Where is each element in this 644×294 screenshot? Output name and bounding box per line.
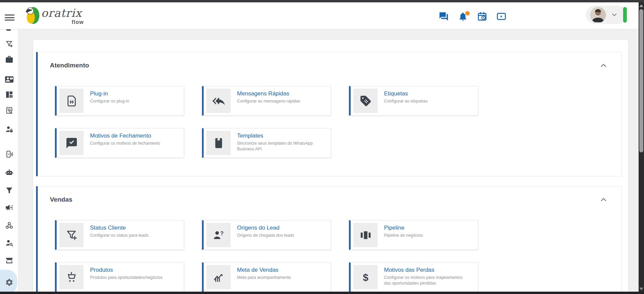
card-title: Status Cliente <box>90 224 149 231</box>
storefront-icon <box>5 256 13 265</box>
chart-arrow-icon <box>212 271 225 284</box>
briefcase-icon <box>5 55 13 64</box>
plugin-file-icon <box>65 95 78 107</box>
notifications-button[interactable] <box>458 11 468 22</box>
status-indicator <box>623 7 627 23</box>
reply-all-icon <box>212 95 225 107</box>
card-origens-do-lead[interactable]: ? Origens do Lead Origens de chegada dos… <box>202 220 331 250</box>
card-title: Motivos das Perdas <box>384 266 468 273</box>
section-title: Vendas <box>50 196 72 203</box>
section-vendas: Vendas Status Cliente Configurar os stat… <box>36 186 622 294</box>
brand-name: oratrix <box>41 6 82 20</box>
sidebar-item-filter[interactable] <box>0 183 19 197</box>
card-status-cliente[interactable]: Status Cliente Configurar os status para… <box>55 220 184 250</box>
avatar <box>590 7 606 23</box>
card-templates[interactable]: Templates Sincronize seus templates do W… <box>202 128 331 158</box>
robot-icon <box>5 169 13 177</box>
card-subtitle: Produtos para oportunidades/negócios <box>90 275 163 281</box>
brand-tagline: flow <box>72 19 84 25</box>
card-subtitle: Pipeline de negócios <box>384 233 423 238</box>
card-title: Plug-in <box>90 90 129 97</box>
document-search-icon <box>5 106 13 115</box>
person-search-icon <box>5 239 13 247</box>
menu-toggle-button[interactable] <box>5 14 14 21</box>
filter-plus-icon <box>5 40 13 48</box>
card-subtitle: Meta para acompanhamento <box>237 275 291 281</box>
card-subtitle: Configurar as mensagens rápidas <box>237 98 300 104</box>
filter-plus-icon <box>65 229 78 241</box>
cart-icon <box>65 271 78 284</box>
card-mensagens-rapidas[interactable]: Mensagens Rápidas Configurar as mensagen… <box>202 86 331 116</box>
card-produtos[interactable]: Produtos Produtos para oportunidades/neg… <box>55 262 184 292</box>
card-title: Origens do Lead <box>237 224 294 231</box>
sidebar-item-person-search[interactable] <box>0 236 19 249</box>
svg-text:?: ? <box>220 230 224 236</box>
card-title: Motivos de Fechamento <box>90 132 160 139</box>
sidebar-item-campaigns[interactable] <box>0 201 19 214</box>
scrollbar-thumb[interactable] <box>639 9 643 152</box>
card-motivos-das-perdas[interactable]: $ Motivos das Perdas Configurar os motiv… <box>349 262 478 292</box>
card-subtitle: Configurar as etiquetas <box>384 98 428 104</box>
carousel-icon <box>359 229 372 241</box>
page-scrollbar[interactable] <box>639 2 644 294</box>
scroll-down-arrow[interactable] <box>639 288 643 290</box>
chevron-up-icon[interactable] <box>599 61 608 70</box>
section-title: Atendimento <box>50 62 89 69</box>
chevron-up-icon[interactable] <box>599 195 608 204</box>
chat-icon <box>439 11 449 22</box>
sidebar-item-phone-ring[interactable] <box>0 147 19 161</box>
filter-icon <box>5 186 13 195</box>
card-subtitle: Configurar os status para leads <box>90 233 149 238</box>
chevron-down-icon <box>611 11 618 19</box>
user-menu[interactable] <box>586 6 627 24</box>
sidebar-item-webhook[interactable] <box>0 218 19 232</box>
chat-check-icon <box>65 137 78 149</box>
card-title: Meta de Vendas <box>237 266 291 273</box>
card-plug-in[interactable]: Plug-in Configurar os plug-in <box>55 86 184 116</box>
sidebar-item-filter-plus[interactable] <box>0 37 19 51</box>
card-etiquetas[interactable]: Etiquetas Configurar as etiquetas <box>349 86 478 116</box>
calendar-clock-icon <box>477 11 487 22</box>
phone-ring-icon <box>5 150 13 158</box>
sidebar-item-person-lock[interactable] <box>0 122 19 136</box>
sidebar-item-briefcase[interactable] <box>0 53 19 66</box>
sidebar-item-settings[interactable] <box>0 275 19 289</box>
card-subtitle: Sincronize seus templates do WhatsApp Bu… <box>237 141 321 152</box>
parrot-logo-icon <box>24 6 40 25</box>
card-title: Produtos <box>90 266 163 273</box>
svg-text:$: $ <box>363 271 368 283</box>
card-pipeline[interactable]: Pipeline Pipeline de negócios <box>349 220 478 250</box>
sidebar-item-chatbot[interactable] <box>0 166 19 179</box>
scroll-up-arrow[interactable] <box>639 4 643 7</box>
section-atendimento: Atendimento Plug-in Configurar os plug-i… <box>36 52 622 176</box>
card-title: Etiquetas <box>384 90 428 97</box>
card-meta-de-vendas[interactable]: Meta de Vendas Meta para acompanhamento <box>202 262 331 292</box>
card-title: Mensagens Rápidas <box>237 90 300 97</box>
dashboard-blocks-icon <box>5 90 13 99</box>
settings-gear-icon <box>5 278 13 287</box>
sidebar-item-storefront[interactable] <box>0 254 19 267</box>
video-tutorials-icon <box>496 11 506 22</box>
card-subtitle: Origens de chegada dos leads <box>237 233 294 238</box>
sidebar-item-document-search[interactable] <box>0 104 19 117</box>
app-header: oratrix flow <box>0 2 639 29</box>
tag-icon <box>359 95 372 107</box>
video-tutorials-button[interactable] <box>496 11 506 22</box>
megaphone-icon <box>5 203 13 212</box>
dollar-icon: $ <box>359 271 372 284</box>
settings-panel: Atendimento Plug-in Configurar os plug-i… <box>33 40 628 294</box>
sidebar-item-dashboard[interactable] <box>0 88 19 101</box>
calendar-button[interactable] <box>477 11 487 22</box>
person-lock-icon <box>5 125 13 134</box>
sidebar-nav <box>0 30 19 294</box>
card-subtitle: Configurar os plug-in <box>90 98 129 104</box>
card-subtitle: Configurar os motivos de fechamento <box>90 141 160 146</box>
card-motivos-fechamento[interactable]: Motivos de Fechamento Configurar os moti… <box>55 128 184 158</box>
person-question-icon: ? <box>212 229 225 241</box>
card-subtitle: Configurar os motivos para mapeamentos d… <box>384 275 468 286</box>
unread-badge <box>465 11 470 16</box>
template-icon <box>212 137 225 149</box>
webhook-icon <box>5 221 13 230</box>
chat-button[interactable] <box>439 11 449 22</box>
sidebar-item-contacts[interactable] <box>0 72 19 86</box>
